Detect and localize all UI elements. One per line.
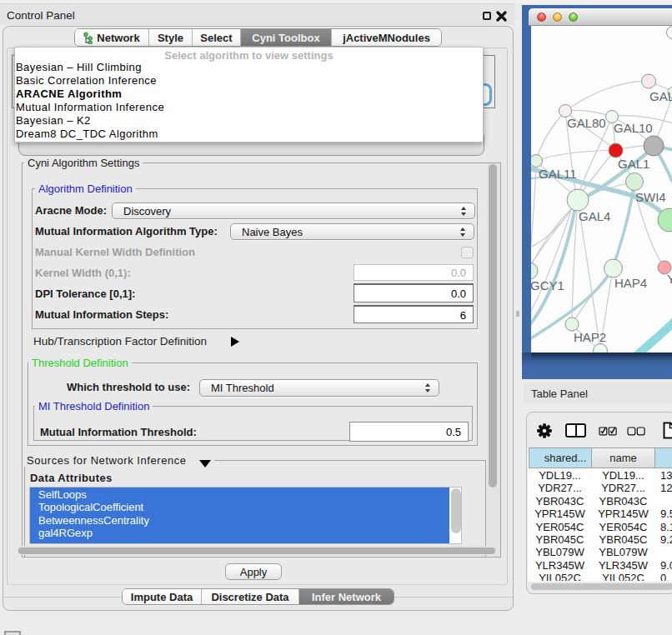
svg-text:Y: Y [667,272,672,286]
svg-text:SWI4: SWI4 [635,190,666,204]
svg-text:GAL4: GAL4 [579,209,610,223]
svg-text:GAL2: GAL2 [649,89,672,103]
svg-text:HAP2: HAP2 [574,330,606,344]
svg-text:GCY1: GCY1 [531,278,564,292]
svg-text:GAL80: GAL80 [567,116,606,130]
svg-text:HAP4: HAP4 [614,276,647,290]
svg-text:GAL1: GAL1 [618,157,649,171]
svg-text:GAL11: GAL11 [539,167,577,181]
svg-text:GAL10: GAL10 [614,121,653,135]
